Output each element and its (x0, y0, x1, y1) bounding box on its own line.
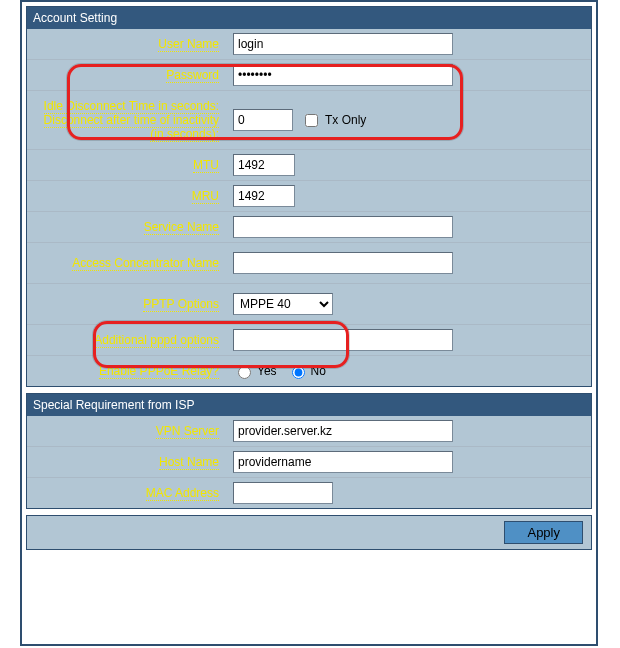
label-vpn-server[interactable]: VPN Server (156, 424, 219, 439)
idle-input[interactable] (233, 109, 293, 131)
account-setting-body: User Name Password Idle Disconnect Time … (27, 29, 591, 386)
row-service-name: Service Name (27, 211, 591, 242)
pppoe-relay-no[interactable] (292, 366, 305, 379)
host-name-input[interactable] (233, 451, 453, 473)
row-user-name: User Name (27, 29, 591, 59)
button-bar: Apply (26, 515, 592, 550)
mtu-input[interactable] (233, 154, 295, 176)
label-idle[interactable]: Idle Disconnect Time in seconds: Disconn… (44, 99, 219, 142)
label-mtu[interactable]: MTU (193, 158, 219, 173)
label-service-name[interactable]: Service Name (144, 220, 219, 235)
row-ac-name: Access Concentrator Name (27, 242, 591, 283)
row-host-name: Host Name (27, 446, 591, 477)
row-mru: MRU (27, 180, 591, 211)
row-pptp: PPTP Options MPPE 40MPPE 128None (27, 283, 591, 324)
row-pppoe-relay: Enable PPPoE Relay? Yes No (27, 355, 591, 386)
password-input[interactable] (233, 64, 453, 86)
tx-only-wrap[interactable]: Tx Only (301, 111, 366, 130)
mac-input[interactable] (233, 482, 333, 504)
service-name-input[interactable] (233, 216, 453, 238)
vpn-server-input[interactable] (233, 420, 453, 442)
pppoe-relay-no-label: No (311, 364, 326, 378)
isp-body: VPN Server Host Name MAC Address (27, 416, 591, 508)
tx-only-label: Tx Only (325, 113, 366, 127)
label-password[interactable]: Password (166, 68, 219, 83)
row-pppd: Additional pppd options (27, 324, 591, 355)
label-mac[interactable]: MAC Address (146, 486, 219, 501)
pppoe-relay-yes[interactable] (238, 366, 251, 379)
label-mru[interactable]: MRU (192, 189, 219, 204)
row-idle: Idle Disconnect Time in seconds: Disconn… (27, 90, 591, 149)
isp-title: Special Requirement from ISP (33, 398, 194, 412)
label-pppoe-relay[interactable]: Enable PPPoE Relay? (99, 364, 219, 379)
account-setting-panel: Account Setting User Name Password Idle … (26, 6, 592, 387)
label-pppd[interactable]: Additional pppd options (94, 333, 219, 348)
pppd-input[interactable] (233, 329, 453, 351)
row-vpn-server: VPN Server (27, 416, 591, 446)
account-setting-header: Account Setting (27, 7, 591, 29)
pppoe-relay-yes-label: Yes (257, 364, 277, 378)
label-user-name[interactable]: User Name (158, 37, 219, 52)
pppoe-relay-yes-wrap[interactable]: Yes (233, 363, 277, 379)
ac-name-input[interactable] (233, 252, 453, 274)
pptp-select[interactable]: MPPE 40MPPE 128None (233, 293, 333, 315)
label-host-name[interactable]: Host Name (159, 455, 219, 470)
apply-button[interactable]: Apply (504, 521, 583, 544)
user-name-input[interactable] (233, 33, 453, 55)
label-ac-name[interactable]: Access Concentrator Name (72, 256, 219, 271)
row-mtu: MTU (27, 149, 591, 180)
account-setting-title: Account Setting (33, 11, 117, 25)
isp-header: Special Requirement from ISP (27, 394, 591, 416)
tx-only-checkbox[interactable] (305, 114, 318, 127)
label-pptp[interactable]: PPTP Options (143, 297, 219, 312)
config-frame: Account Setting User Name Password Idle … (20, 0, 598, 646)
pppoe-relay-group: Yes No (233, 363, 326, 379)
pppoe-relay-no-wrap[interactable]: No (287, 363, 326, 379)
isp-panel: Special Requirement from ISP VPN Server … (26, 393, 592, 509)
row-mac: MAC Address (27, 477, 591, 508)
mru-input[interactable] (233, 185, 295, 207)
row-password: Password (27, 59, 591, 90)
